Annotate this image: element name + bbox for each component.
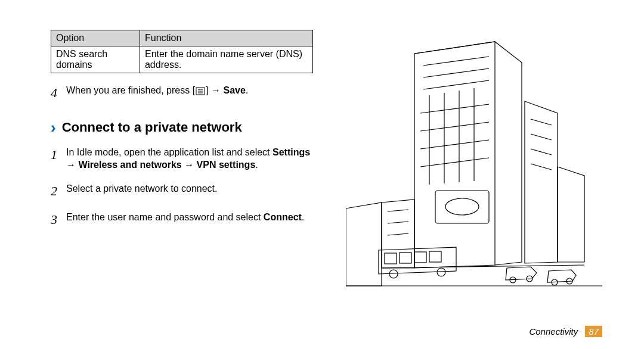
- step4-after: ] →: [206, 85, 223, 95]
- step-2: 2 Select a private network to connect.: [51, 182, 313, 200]
- step4-end: .: [246, 85, 248, 95]
- svg-point-18: [445, 198, 479, 215]
- svg-line-8: [423, 80, 489, 89]
- svg-line-6: [423, 57, 489, 66]
- section-title: Connect to a private network: [62, 120, 242, 135]
- page-footer: Connectivity 87: [529, 326, 602, 337]
- svg-point-28: [437, 268, 445, 276]
- svg-line-33: [388, 210, 408, 211]
- step-1: 1 In Idle mode, open the application lis…: [51, 146, 313, 172]
- step-number: 1: [51, 146, 66, 164]
- footer-page-number: 87: [585, 326, 602, 337]
- step3-text: Enter the user name and password and sel…: [66, 212, 264, 222]
- step-number: 2: [51, 182, 66, 200]
- city-illustration-icon: [346, 30, 602, 316]
- svg-line-22: [531, 164, 552, 170]
- svg-line-14: [420, 122, 489, 131]
- svg-line-20: [531, 134, 552, 140]
- svg-line-34: [388, 222, 408, 223]
- step2-text: Select a private network to connect.: [66, 183, 217, 194]
- svg-line-15: [420, 140, 489, 149]
- step4-bold: Save: [223, 85, 245, 95]
- svg-rect-24: [400, 253, 411, 263]
- illustration: [346, 30, 602, 316]
- step-body: When you are finished, press [] → Save.: [66, 84, 313, 99]
- svg-line-16: [420, 158, 489, 167]
- table-cell-function: Enter the domain name server (DNS) addre…: [140, 46, 312, 73]
- step-body: Select a private network to connect.: [66, 182, 313, 195]
- step-number: 4: [51, 84, 66, 102]
- svg-rect-26: [429, 251, 441, 262]
- table-cell-option: DNS search domains: [51, 46, 140, 73]
- svg-line-13: [420, 104, 489, 113]
- table-header-function: Function: [140, 30, 312, 46]
- svg-point-27: [389, 270, 398, 278]
- step-3: 3 Enter the user name and password and s…: [51, 211, 313, 229]
- svg-line-7: [423, 68, 489, 77]
- step-4: 4 When you are finished, press [] → Save…: [51, 84, 313, 102]
- svg-rect-23: [385, 253, 397, 264]
- table-header-option: Option: [51, 30, 140, 46]
- step1-text: In Idle mode, open the application list …: [66, 147, 273, 157]
- svg-line-21: [531, 149, 552, 155]
- svg-rect-17: [435, 191, 489, 223]
- svg-line-19: [531, 119, 552, 125]
- step3-end: .: [302, 212, 304, 222]
- step3-bold: Connect: [264, 212, 302, 222]
- step-body: In Idle mode, open the application list …: [66, 146, 313, 172]
- options-table: Option Function DNS search domains Enter…: [51, 30, 313, 73]
- table-row: DNS search domains Enter the domain name…: [51, 46, 313, 73]
- svg-line-35: [388, 233, 408, 235]
- menu-icon: [196, 86, 205, 99]
- svg-rect-25: [414, 252, 426, 263]
- step-number: 3: [51, 211, 66, 229]
- step4-before: When you are finished, press [: [66, 85, 195, 95]
- step1-end: .: [255, 160, 258, 170]
- chevron-icon: ›: [51, 120, 56, 135]
- section-header: › Connect to a private network: [51, 120, 313, 135]
- step-body: Enter the user name and password and sel…: [66, 211, 313, 224]
- footer-section-label: Connectivity: [529, 326, 578, 336]
